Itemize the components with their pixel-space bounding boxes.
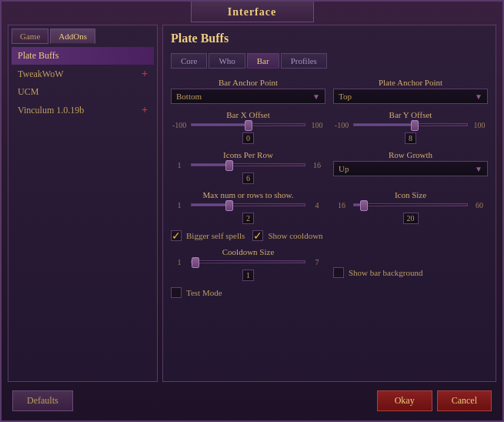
plate-anchor-dropdown[interactable]: Top ▼	[333, 89, 488, 104]
tab-game[interactable]: Game	[12, 28, 48, 44]
main-window: Interface Game AddOns Plate Buffs TweakW…	[0, 0, 504, 422]
plate-anchor-value: Top	[339, 92, 352, 101]
bar-anchor-dropdown[interactable]: Bottom ▼	[171, 89, 325, 104]
cooldown-size-thumb[interactable]	[192, 257, 199, 268]
icon-size-track[interactable]	[353, 200, 468, 209]
bar-x-thumb[interactable]	[245, 120, 252, 131]
bar-x-label: Bar X Offset	[171, 110, 325, 119]
dropdown-arrow-1: ▼	[312, 92, 320, 101]
bottom-right-buttons: Okay Cancel	[377, 390, 492, 411]
bigger-self-spells-checkbox[interactable]: ✓	[171, 230, 182, 241]
row-growth-value: Up	[339, 164, 349, 173]
icons-per-row-slider-row: 1 16	[171, 160, 325, 169]
icon-size-thumb[interactable]	[360, 200, 368, 211]
max-rows-slider-row: 1 4	[171, 200, 325, 209]
icon-size-max: 60	[471, 201, 488, 209]
bar-x-offset-group: Bar X Offset -100 100	[171, 110, 325, 144]
max-rows-group: Max num or rows to show. 1 4	[171, 190, 325, 224]
max-rows-icon-size-row: Max num or rows to show. 1 4	[171, 190, 488, 224]
show-cooldown-checkbox[interactable]: ✓	[252, 230, 263, 241]
bar-y-slider-row: -100 100	[333, 120, 488, 129]
icons-per-row-label: Icons Per Row	[171, 150, 325, 159]
bar-y-fill	[354, 124, 415, 126]
anchor-row: Bar Anchor Point Bottom ▼ Plate Anchor P…	[171, 78, 488, 104]
tab-bar[interactable]: Bar	[247, 53, 279, 69]
cancel-button[interactable]: Cancel	[437, 390, 492, 411]
show-cooldown-row: ✓ Show cooldown	[252, 230, 322, 241]
okay-button[interactable]: Okay	[377, 390, 432, 411]
sidebar: Game AddOns Plate Buffs TweakWoW + UCM V…	[8, 25, 158, 382]
bar-y-label: Bar Y Offset	[333, 110, 488, 119]
dropdown-arrow-3: ▼	[475, 165, 482, 173]
bar-y-track[interactable]	[353, 120, 468, 129]
icons-per-row-track[interactable]	[191, 160, 305, 169]
icon-size-label: Icon Size	[333, 190, 488, 199]
max-rows-label: Max num or rows to show.	[171, 190, 325, 199]
icon-size-group: Icon Size 16 60 2	[333, 190, 488, 224]
icons-per-row-fill	[192, 164, 229, 166]
addon-item-plate-buffs[interactable]: Plate Buffs	[12, 47, 154, 65]
cooldown-size-min: 1	[171, 258, 188, 266]
icons-per-row-group: Icons Per Row 1 16	[171, 150, 325, 184]
test-mode-checkbox[interactable]	[171, 287, 182, 298]
defaults-button[interactable]: Defaults	[12, 390, 73, 411]
max-rows-fill	[192, 204, 229, 206]
dropdown-arrow-2: ▼	[475, 92, 482, 101]
right-panel: Plate Buffs Core Who Bar Profiles Bar An…	[162, 25, 496, 382]
max-rows-thumb[interactable]	[225, 200, 233, 211]
addon-item-vinculum[interactable]: Vinculum 1.0.19b +	[12, 101, 154, 119]
icons-per-row-thumb[interactable]	[225, 160, 233, 171]
icons-per-row-value: 6	[242, 172, 254, 184]
cooldown-size-track[interactable]	[191, 257, 305, 266]
row-growth-label: Row Growth	[333, 150, 488, 159]
bar-y-offset-group: Bar Y Offset -100 100	[333, 110, 488, 144]
tab-profiles[interactable]: Profiles	[281, 53, 327, 69]
expand-icon-2: +	[142, 104, 148, 116]
bar-anchor-group: Bar Anchor Point Bottom ▼	[171, 78, 325, 104]
cooldown-size-value: 1	[242, 270, 254, 281]
cooldown-size-group: Cooldown Size 1 7	[171, 247, 325, 281]
bar-anchor-label: Bar Anchor Point	[171, 78, 325, 87]
row-growth-dropdown[interactable]: Up ▼	[333, 161, 488, 176]
bar-x-track[interactable]	[191, 120, 305, 129]
bottom-bar: Defaults Okay Cancel	[12, 390, 492, 411]
max-rows-max: 4	[309, 201, 325, 209]
addon-item-tweakwow[interactable]: TweakWoW +	[12, 65, 154, 83]
test-mode-label: Test Mode	[186, 288, 222, 297]
bar-y-bg	[353, 123, 468, 126]
show-bar-bg-checkbox[interactable]	[333, 267, 344, 278]
tab-core[interactable]: Core	[171, 53, 207, 69]
window-title: Interface	[228, 6, 276, 18]
cooldown-size-max: 7	[309, 258, 325, 266]
tab-addons[interactable]: AddOns	[50, 28, 95, 44]
max-rows-min: 1	[171, 201, 188, 209]
offset-row: Bar X Offset -100 100	[171, 110, 488, 144]
bar-x-fill	[192, 124, 249, 126]
row-growth-group: Row Growth Up ▼	[333, 150, 488, 184]
cooldown-size-label: Cooldown Size	[171, 247, 325, 256]
bar-y-value: 8	[405, 132, 416, 144]
bar-x-min: -100	[171, 121, 188, 129]
nav-tabs: Core Who Bar Profiles	[171, 53, 488, 69]
addon-item-ucm[interactable]: UCM	[12, 83, 154, 101]
show-bar-bg-row: Show bar background	[333, 267, 488, 278]
bar-x-value: 0	[242, 132, 254, 144]
addon-list: Plate Buffs TweakWoW + UCM Vinculum 1.0.…	[12, 47, 154, 378]
bar-anchor-value: Bottom	[176, 92, 202, 101]
cooldown-size-bg	[191, 260, 305, 263]
bigger-self-spells-label: Bigger self spells	[186, 231, 245, 240]
cooldown-bar-bg-row: Cooldown Size 1 7	[171, 247, 488, 281]
max-rows-value: 2	[242, 213, 254, 224]
icons-per-row-bg	[191, 163, 305, 166]
panel-title: Plate Buffs	[171, 32, 488, 45]
bar-y-max: 100	[471, 121, 488, 129]
show-cooldown-label: Show cooldown	[268, 231, 322, 240]
tab-who[interactable]: Who	[209, 53, 245, 69]
expand-icon: +	[142, 68, 148, 80]
bar-y-min: -100	[333, 121, 350, 129]
icon-size-bg	[353, 203, 468, 206]
bar-y-thumb[interactable]	[411, 120, 419, 131]
checkmark-2: ✓	[253, 229, 262, 243]
max-rows-track[interactable]	[191, 200, 305, 209]
sidebar-tabs: Game AddOns	[12, 28, 154, 44]
